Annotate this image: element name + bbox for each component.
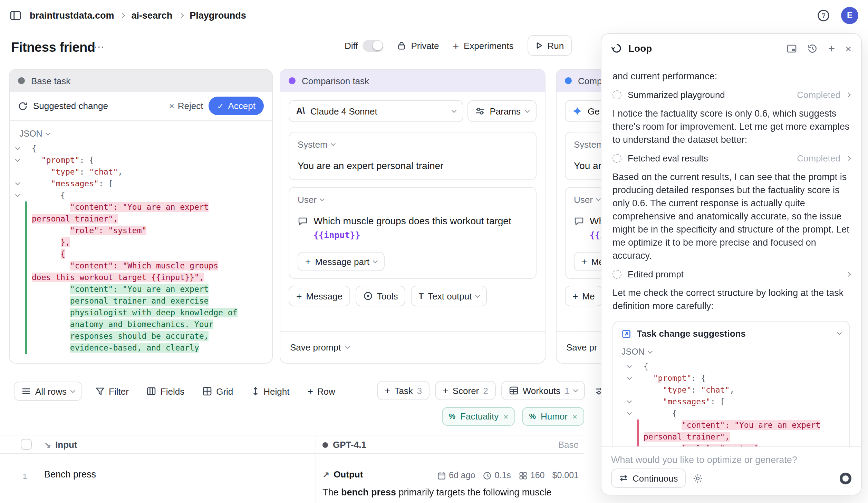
fold-chevron-icon[interactable] (627, 410, 631, 415)
system-role-dropdown[interactable]: System (298, 139, 528, 150)
fold-chevron-icon[interactable] (15, 145, 20, 150)
add-scorer-button[interactable]: + Scorer 2 (435, 381, 495, 400)
scorer-chip[interactable]: %Humor× (522, 407, 584, 426)
code-line: "messages": [ (10, 178, 272, 190)
add-message-button[interactable]: + Message (289, 286, 350, 306)
code-line: { (10, 190, 272, 201)
experiments-label: Experiments (464, 40, 514, 51)
scorer-chip[interactable]: %Factuality× (442, 407, 515, 426)
continuous-label: Continuous (633, 473, 678, 483)
chevron-down-icon (648, 348, 653, 353)
json-mode-dropdown[interactable]: JSON (19, 129, 272, 139)
select-all-checkbox[interactable] (21, 439, 32, 450)
task-change-suggestions-header[interactable]: Task change suggestions (621, 328, 841, 339)
grid-button[interactable]: Grid (197, 381, 238, 402)
code-gutter (10, 272, 25, 284)
fold-chevron-icon[interactable] (15, 180, 20, 185)
row-number: 1 (23, 472, 27, 480)
fields-label: Fields (161, 386, 184, 396)
system-message-box[interactable]: System You are an expert personal traine… (289, 132, 537, 180)
comparison-task-card: Comparison task A\ Claude 4 Sonnet Param… (280, 69, 546, 364)
code-text: evidence-based, and clearly (27, 342, 199, 354)
breadcrumb-page[interactable]: Playgrounds (190, 10, 246, 20)
message-part-button[interactable]: + Message part (298, 252, 385, 271)
breadcrumb-project[interactable]: ai-search (132, 10, 173, 20)
loop-input-controls: Continuous (611, 469, 851, 488)
plus-icon: + (453, 40, 459, 51)
loop-step[interactable]: Fetched eval results Completed (613, 153, 850, 164)
swap-icon (619, 474, 628, 482)
new-chat-icon[interactable]: + (828, 42, 835, 54)
fields-button[interactable]: Fields (142, 381, 189, 402)
accept-button[interactable]: ✓ Accept (209, 97, 264, 115)
fold-chevron-icon[interactable] (15, 192, 20, 197)
remove-scorer-icon[interactable]: × (503, 412, 508, 421)
help-icon[interactable]: ? (817, 9, 830, 22)
base-task-code-editor[interactable]: { "prompt": { "type": "chat", "messages"… (10, 143, 272, 354)
loop-step[interactable]: Summarized playground Completed (613, 90, 850, 100)
app: braintrustdata.com ai-search Playgrounds… (0, 0, 868, 503)
code-text: { (27, 190, 65, 201)
add-task-button[interactable]: + Task 3 (377, 381, 430, 400)
run-button[interactable]: Run (528, 35, 572, 56)
text-output-button[interactable]: T Text output (411, 286, 487, 306)
height-button[interactable]: Height (246, 381, 294, 402)
input-cell[interactable]: Bench press (44, 469, 96, 480)
table-row[interactable]: 1 Bench press ↗ Output 6d ago 0.1s 160 (0, 454, 584, 503)
diff-toggle[interactable] (363, 40, 384, 51)
gear-icon[interactable] (693, 473, 703, 483)
toolbar-left: All rows Filter Fields Grid (14, 381, 340, 402)
avatar[interactable]: E (841, 7, 858, 24)
tools-button[interactable]: Tools (356, 286, 406, 306)
sidebar-toggle-icon[interactable] (10, 9, 21, 21)
user-message-box[interactable]: User Which muscle groups does this worko… (289, 187, 537, 279)
filter-button[interactable]: Filter (90, 381, 134, 402)
code-text: "messages": [ (639, 396, 725, 408)
loop-input[interactable]: What would you like to optimize or gener… (611, 455, 797, 465)
more-menu-icon[interactable]: ⋯ (94, 41, 106, 52)
fold-chevron-icon[interactable] (627, 398, 631, 403)
fold-chevron-icon[interactable] (627, 363, 631, 368)
add-row-button[interactable]: + Row (302, 381, 340, 402)
all-rows-dropdown[interactable]: All rows (14, 382, 82, 401)
json-mode-dropdown[interactable]: JSON (621, 347, 841, 357)
user-message-text[interactable]: Which muscle groups does this workout ta… (298, 214, 528, 242)
add-message-button[interactable]: + Me (565, 286, 602, 306)
row-label: Row (317, 386, 335, 396)
code-line: "content": "You are an expert (10, 284, 272, 295)
breadcrumb-org[interactable]: braintrustdata.com (30, 10, 114, 20)
output-text[interactable]: The bench press primarily targets the fo… (322, 486, 579, 503)
task-change-title: Task change suggestions (637, 328, 746, 339)
fold-chevron-icon[interactable] (15, 157, 20, 162)
json-label: JSON (19, 129, 42, 139)
model-column-header[interactable]: GPT-4.1 (322, 440, 366, 450)
experiments-button[interactable]: + Experiments (453, 40, 513, 51)
remove-scorer-icon[interactable]: × (572, 412, 577, 421)
close-icon[interactable]: × (845, 43, 851, 53)
output-text-prefix: The (322, 487, 341, 497)
base-column-header: Base (558, 440, 579, 450)
private-button[interactable]: Private (397, 40, 439, 51)
input-column-header[interactable]: ↘ Input (44, 440, 77, 450)
save-prompt-button[interactable]: Save prompt (280, 331, 545, 363)
loop-code-editor[interactable]: { "prompt": { "type": "chat", "messages"… (621, 361, 841, 448)
system-message-text[interactable]: You are an expert personal trainer (298, 159, 528, 172)
user-role-dropdown[interactable]: User (298, 195, 528, 205)
step-right: Completed (797, 90, 850, 100)
chevron-down-icon (345, 344, 350, 349)
tools-target-icon (363, 291, 373, 301)
output-cell-label[interactable]: ↗ Output (322, 469, 363, 480)
popout-icon[interactable] (787, 43, 797, 53)
reject-button[interactable]: × Reject (169, 101, 203, 111)
tools-label: Tools (377, 291, 398, 301)
dataset-dropdown[interactable]: Workouts 1 (501, 381, 585, 400)
loop-step[interactable]: Edited prompt (613, 269, 850, 279)
voice-record-button[interactable] (840, 472, 851, 484)
continuous-mode-button[interactable]: Continuous (611, 469, 686, 488)
tokens-icon (519, 471, 528, 480)
age-meta: 6d ago (437, 471, 475, 480)
history-icon[interactable] (808, 43, 818, 53)
model-select[interactable]: A\ Claude 4 Sonnet (289, 100, 463, 122)
fold-chevron-icon[interactable] (627, 375, 631, 380)
params-button[interactable]: Params (467, 100, 537, 122)
